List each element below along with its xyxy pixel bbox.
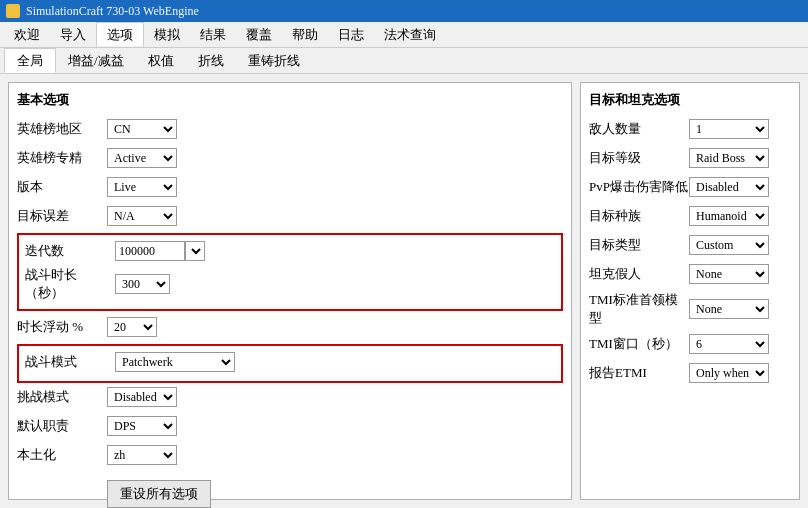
field-row-本土化: 本土化zhen (17, 443, 563, 467)
right-field-control-TMI窗口（秒）[interactable]: 6810 (689, 334, 769, 354)
right-field-row-TMI标准首领模型: TMI标准首领模型NoneT17M (589, 291, 791, 327)
right-field-select-目标类型[interactable]: CustomDungeonRaid (689, 235, 769, 255)
right-field-select-目标等级[interactable]: Raid BossEliteAdds (689, 148, 769, 168)
field-control-版本[interactable]: LivePTR (107, 177, 177, 197)
right-field-control-目标等级[interactable]: Raid BossEliteAdds (689, 148, 769, 168)
field-label-目标误差: 目标误差 (17, 207, 107, 225)
tab-bar: 全局增益/减益权值折线重铸折线 (0, 48, 808, 74)
right-field-control-TMI标准首领模型[interactable]: NoneT17M (689, 299, 769, 319)
right-field-control-敌人数量[interactable]: 12345 (689, 119, 769, 139)
right-fields: 敌人数量12345目标等级Raid BossEliteAddsPvP爆击伤害降低… (589, 117, 791, 385)
fight-style-select[interactable]: Patchwerk LightMovement HeavyMovement (115, 352, 235, 372)
right-field-control-坦克假人[interactable]: None123 (689, 264, 769, 284)
field-select-本土化[interactable]: zhen (107, 445, 177, 465)
field-label-英雄榜专精: 英雄榜专精 (17, 149, 107, 167)
left-section-title: 基本选项 (17, 91, 563, 109)
duration-label: 战斗时长（秒） (25, 266, 115, 302)
field-control-本土化[interactable]: zhen (107, 445, 177, 465)
red-group-1: 迭代数 ▼ 战斗时长（秒） 300450600 (17, 233, 563, 311)
right-field-row-目标种族: 目标种族HumanoidBeastDemonDragonkinElemental… (589, 204, 791, 228)
right-field-row-目标类型: 目标类型CustomDungeonRaid (589, 233, 791, 257)
variance-control[interactable]: 20100 (107, 317, 157, 337)
duration-control[interactable]: 300450600 (115, 274, 170, 294)
variance-select[interactable]: 20100 (107, 317, 157, 337)
right-field-select-TMI标准首领模型[interactable]: NoneT17M (689, 299, 769, 319)
right-field-select-目标种族[interactable]: HumanoidBeastDemonDragonkinElementalGian… (689, 206, 769, 226)
basic-fields-3: 挑战模式DisabledEnabled默认职责DPSTankHealer本土化z… (17, 385, 563, 467)
right-field-label-目标等级: 目标等级 (589, 149, 689, 167)
right-field-control-目标类型[interactable]: CustomDungeonRaid (689, 235, 769, 255)
field-select-目标误差[interactable]: N/A0.51.0 (107, 206, 177, 226)
menu-item-选项[interactable]: 选项 (96, 22, 144, 47)
field-control-目标误差[interactable]: N/A0.51.0 (107, 206, 177, 226)
right-field-label-目标种族: 目标种族 (589, 207, 689, 225)
field-select-英雄榜地区[interactable]: CNUSEUKRTW (107, 119, 177, 139)
menu-item-日志[interactable]: 日志 (328, 22, 374, 47)
right-field-row-目标等级: 目标等级Raid BossEliteAdds (589, 146, 791, 170)
right-field-control-PvP爆击伤害降低[interactable]: DisabledEnabled (689, 177, 769, 197)
menu-item-结果[interactable]: 结果 (190, 22, 236, 47)
field-select-版本[interactable]: LivePTR (107, 177, 177, 197)
field-row-挑战模式: 挑战模式DisabledEnabled (17, 385, 563, 409)
right-field-label-敌人数量: 敌人数量 (589, 120, 689, 138)
main-content: 基本选项 英雄榜地区CNUSEUKRTW英雄榜专精ActiveAll版本Live… (0, 74, 808, 508)
right-field-select-TMI窗口（秒）[interactable]: 6810 (689, 334, 769, 354)
menu-item-模拟[interactable]: 模拟 (144, 22, 190, 47)
right-field-select-敌人数量[interactable]: 12345 (689, 119, 769, 139)
right-field-select-PvP爆击伤害降低[interactable]: DisabledEnabled (689, 177, 769, 197)
right-field-row-PvP爆击伤害降低: PvP爆击伤害降低DisabledEnabled (589, 175, 791, 199)
basic-fields-1: 英雄榜地区CNUSEUKRTW英雄榜专精ActiveAll版本LivePTR目标… (17, 117, 563, 228)
tab-item-重铸折线[interactable]: 重铸折线 (236, 48, 312, 73)
left-panel: 基本选项 英雄榜地区CNUSEUKRTW英雄榜专精ActiveAll版本Live… (8, 82, 572, 500)
field-control-默认职责[interactable]: DPSTankHealer (107, 416, 177, 436)
iter-label: 迭代数 (25, 242, 115, 260)
field-select-英雄榜专精[interactable]: ActiveAll (107, 148, 177, 168)
right-field-select-报告ETMI[interactable]: Only when...AlwaysNever (689, 363, 769, 383)
field-control-挑战模式[interactable]: DisabledEnabled (107, 387, 177, 407)
fight-style-row: 战斗模式 Patchwerk LightMovement HeavyMoveme… (25, 350, 555, 374)
field-control-英雄榜地区[interactable]: CNUSEUKRTW (107, 119, 177, 139)
menu-item-帮助[interactable]: 帮助 (282, 22, 328, 47)
duration-select[interactable]: 300450600 (115, 274, 170, 294)
iter-select[interactable]: ▼ (185, 241, 205, 261)
right-field-control-报告ETMI[interactable]: Only when...AlwaysNever (689, 363, 769, 383)
field-label-默认职责: 默认职责 (17, 417, 107, 435)
field-row-版本: 版本LivePTR (17, 175, 563, 199)
field-row-英雄榜专精: 英雄榜专精ActiveAll (17, 146, 563, 170)
right-field-row-TMI窗口（秒）: TMI窗口（秒）6810 (589, 332, 791, 356)
field-label-英雄榜地区: 英雄榜地区 (17, 120, 107, 138)
right-panel: 目标和坦克选项 敌人数量12345目标等级Raid BossEliteAddsP… (580, 82, 800, 500)
iter-input[interactable] (115, 241, 185, 261)
right-section-title: 目标和坦克选项 (589, 91, 791, 109)
field-control-英雄榜专精[interactable]: ActiveAll (107, 148, 177, 168)
field-select-默认职责[interactable]: DPSTankHealer (107, 416, 177, 436)
menu-item-导入[interactable]: 导入 (50, 22, 96, 47)
tab-item-权值[interactable]: 权值 (136, 48, 186, 73)
app-title: SimulationCraft 730-03 WebEngine (26, 4, 199, 19)
duration-row: 战斗时长（秒） 300450600 (25, 266, 555, 302)
right-field-label-目标类型: 目标类型 (589, 236, 689, 254)
menu-bar: 欢迎导入选项模拟结果覆盖帮助日志法术查询 (0, 22, 808, 48)
right-field-select-坦克假人[interactable]: None123 (689, 264, 769, 284)
field-select-挑战模式[interactable]: DisabledEnabled (107, 387, 177, 407)
iter-control[interactable]: ▼ (115, 241, 205, 261)
field-row-英雄榜地区: 英雄榜地区CNUSEUKRTW (17, 117, 563, 141)
right-field-row-敌人数量: 敌人数量12345 (589, 117, 791, 141)
right-field-label-坦克假人: 坦克假人 (589, 265, 689, 283)
field-label-本土化: 本土化 (17, 446, 107, 464)
fight-style-control[interactable]: Patchwerk LightMovement HeavyMovement (115, 352, 235, 372)
tab-item-全局[interactable]: 全局 (4, 48, 56, 73)
tab-item-增益/减益[interactable]: 增益/减益 (56, 48, 136, 73)
menu-item-欢迎[interactable]: 欢迎 (4, 22, 50, 47)
right-field-label-TMI标准首领模型: TMI标准首领模型 (589, 291, 689, 327)
tab-item-折线[interactable]: 折线 (186, 48, 236, 73)
red-group-2: 战斗模式 Patchwerk LightMovement HeavyMoveme… (17, 344, 563, 383)
menu-item-覆盖[interactable]: 覆盖 (236, 22, 282, 47)
right-field-control-目标种族[interactable]: HumanoidBeastDemonDragonkinElementalGian… (689, 206, 769, 226)
right-field-label-PvP爆击伤害降低: PvP爆击伤害降低 (589, 178, 689, 196)
variance-label: 时长浮动 % (17, 318, 107, 336)
field-row-默认职责: 默认职责DPSTankHealer (17, 414, 563, 438)
field-label-版本: 版本 (17, 178, 107, 196)
menu-item-法术查询[interactable]: 法术查询 (374, 22, 446, 47)
reset-button[interactable]: 重设所有选项 (107, 480, 211, 508)
